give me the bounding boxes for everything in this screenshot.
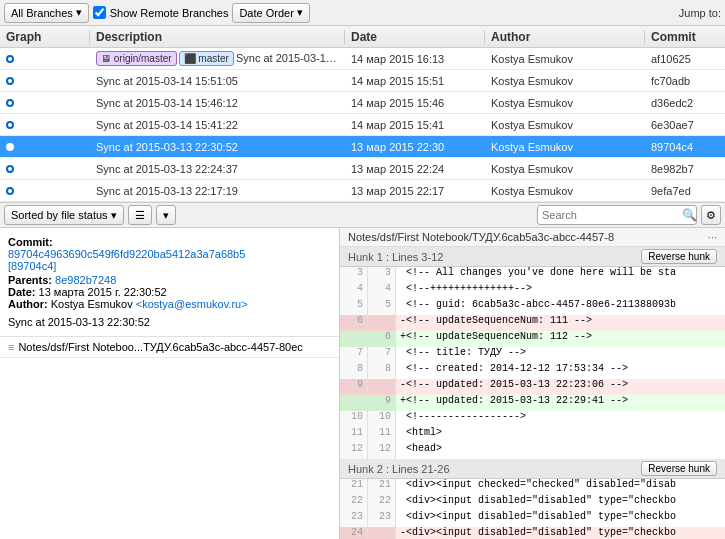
author-label: Author: xyxy=(8,298,48,310)
date-cell: 13 мар 2015 22:24 xyxy=(345,163,485,175)
graph-dot xyxy=(6,187,14,195)
diff-line-content: <!-----------------> xyxy=(396,411,725,427)
diff-line-num-old: 24 xyxy=(340,527,368,539)
diff-line-num-new: 21 xyxy=(368,479,396,495)
list-view-button[interactable]: ☰ xyxy=(128,205,152,225)
diff-line-num-old: 10 xyxy=(340,411,368,427)
description-cell: 🖥 origin/master⬛ masterSync at 2015-03-1… xyxy=(90,51,345,66)
diff-line-content: <div><input checked="checked" disabled="… xyxy=(396,479,725,495)
commits-list: 🖥 origin/master⬛ masterSync at 2015-03-1… xyxy=(0,48,725,202)
diff-line-num-new: 6 xyxy=(368,331,396,347)
diff-line-content: <!-- created: 2014-12-12 17:53:34 --> xyxy=(396,363,725,379)
show-remote-checkbox-label[interactable]: Show Remote Branches xyxy=(93,6,229,19)
diff-line-content: <div><input disabled="disabled" type="ch… xyxy=(396,495,725,511)
diff-line-num-old: 4 xyxy=(340,283,368,299)
commit-row[interactable]: Sync at 2015-03-13 22:17:1913 мар 2015 2… xyxy=(0,180,725,202)
parent-sha[interactable]: 8e982b7248 xyxy=(55,274,116,286)
file-item[interactable]: ≡ Notes/dsf/First Noteboo...ТУДУ.6cab5a3… xyxy=(0,337,339,358)
description-header-cell: Description xyxy=(90,30,345,44)
jump-to-label: Jump to: xyxy=(679,7,721,19)
diff-line-content: <!-- All changes you've done here will b… xyxy=(396,267,725,283)
description-cell: Sync at 2015-03-13 22:24:37 xyxy=(90,163,345,175)
master-badge: ⬛ master xyxy=(179,51,234,66)
commit-row[interactable]: 🖥 origin/master⬛ masterSync at 2015-03-1… xyxy=(0,48,725,70)
commit-hash-cell: d36edc2 xyxy=(645,97,725,109)
sorted-file-status-button[interactable]: Sorted by file status ▾ xyxy=(4,205,124,225)
commit-hash-cell: 8e982b7 xyxy=(645,163,725,175)
author-email[interactable]: <kostya@esmukov.ru> xyxy=(136,298,248,310)
diff-line-content: <!--++++++++++++++--> xyxy=(396,283,725,299)
hunk2-lines: 2121 <div><input checked="checked" disab… xyxy=(340,479,725,539)
commit-sha-full[interactable]: 89704c4963690c549f6fd9220ba5412a3a7a68b5 xyxy=(8,248,245,260)
show-remote-checkbox[interactable] xyxy=(93,6,106,19)
diff-line-num-old: 22 xyxy=(340,495,368,511)
commit-row[interactable]: Sync at 2015-03-13 22:24:3713 мар 2015 2… xyxy=(0,158,725,180)
date-label: Date: xyxy=(8,286,36,298)
diff-line-content: <!-- guid: 6cab5a3c-abcc-4457-80e6-21138… xyxy=(396,299,725,315)
diff-line: 2323 <div><input disabled="disabled" typ… xyxy=(340,511,725,527)
search-icon: 🔍 xyxy=(682,208,697,222)
description-text: Sync at 2015-03-14 15:41:22 xyxy=(96,119,238,131)
graph-dot xyxy=(6,165,14,173)
commit-hash-cell: af10625 xyxy=(645,53,725,65)
diff-file-name: Notes/dsf/First Notebook/ТУДУ.6cab5a3c-a… xyxy=(348,231,614,243)
commit-row[interactable]: Sync at 2015-03-14 15:46:1214 мар 2015 1… xyxy=(0,92,725,114)
commit-info: Commit: 89704c4963690c549f6fd9220ba5412a… xyxy=(0,228,339,337)
search-input[interactable] xyxy=(542,209,680,221)
diff-line-num-old: 5 xyxy=(340,299,368,315)
chevron-down-icon: ▾ xyxy=(76,6,82,19)
commit-row[interactable]: Sync at 2015-03-13 22:30:5213 мар 2015 2… xyxy=(0,136,725,158)
commit-hash-cell: 9efa7ed xyxy=(645,185,725,197)
diff-line: 55 <!-- guid: 6cab5a3c-abcc-4457-80e6-21… xyxy=(340,299,725,315)
diff-line-num-old: 8 xyxy=(340,363,368,379)
date-header-cell: Date xyxy=(345,30,485,44)
hunk2-label: Hunk 2 : Lines 21-26 xyxy=(348,463,450,475)
chevron-down-icon4: ▾ xyxy=(163,209,169,222)
diff-line-content: <div><input disabled="disabled" type="ch… xyxy=(396,511,725,527)
diff-line-num-new: 9 xyxy=(368,395,396,411)
diff-line: 1010 <!-----------------> xyxy=(340,411,725,427)
description-text: Sync at 2015-03-13 22:30:52 xyxy=(96,141,238,153)
diff-line: 24-<div><input disabled="disabled" type=… xyxy=(340,527,725,539)
diff-line: 88 <!-- created: 2014-12-12 17:53:34 --> xyxy=(340,363,725,379)
diff-line-num-new: 11 xyxy=(368,427,396,443)
date-cell: 13 мар 2015 22:30 xyxy=(345,141,485,153)
diff-line-content: +<!-- updateSequenceNum: 112 --> xyxy=(396,331,725,347)
graph-cell xyxy=(0,77,90,85)
commit-sha-short[interactable]: [89704c4] xyxy=(8,260,56,272)
date-order-button[interactable]: Date Order ▾ xyxy=(232,3,309,23)
gear-icon: ⚙ xyxy=(706,209,716,222)
diff-line-num-old: 12 xyxy=(340,443,368,459)
author-cell: Kostya Esmukov xyxy=(485,163,645,175)
list-view-button2[interactable]: ▾ xyxy=(156,205,176,225)
gear-button[interactable]: ⚙ xyxy=(701,205,721,225)
diff-line-num-old: 6 xyxy=(340,315,368,331)
graph-dot xyxy=(6,121,14,129)
show-remote-label: Show Remote Branches xyxy=(110,7,229,19)
graph-dot xyxy=(6,99,14,107)
commit-message: Sync at 2015-03-13 22:30:52 xyxy=(8,316,150,328)
hunk1-reverse-button[interactable]: Reverse hunk xyxy=(641,249,717,264)
left-panel: Commit: 89704c4963690c549f6fd9220ba5412a… xyxy=(0,228,340,539)
commit-row[interactable]: Sync at 2015-03-14 15:51:0514 мар 2015 1… xyxy=(0,70,725,92)
diff-line-content: -<!-- updated: 2015-03-13 22:23:06 --> xyxy=(396,379,725,395)
more-button[interactable]: ··· xyxy=(708,231,717,243)
author-cell: Kostya Esmukov xyxy=(485,97,645,109)
chevron-down-icon3: ▾ xyxy=(111,209,117,222)
graph-dot xyxy=(6,55,14,63)
file-name: Notes/dsf/First Noteboo...ТУДУ.6cab5a3c-… xyxy=(18,341,302,353)
hunk1-label: Hunk 1 : Lines 3-12 xyxy=(348,251,443,263)
hunk2-reverse-button[interactable]: Reverse hunk xyxy=(641,461,717,476)
search-box[interactable]: 🔍 xyxy=(537,205,697,225)
date-cell: 14 мар 2015 15:41 xyxy=(345,119,485,131)
diff-line-num-old: 21 xyxy=(340,479,368,495)
graph-cell xyxy=(0,143,90,151)
commit-row[interactable]: Sync at 2015-03-14 15:41:2214 мар 2015 1… xyxy=(0,114,725,136)
chevron-down-icon2: ▾ xyxy=(297,6,303,19)
all-branches-button[interactable]: All Branches ▾ xyxy=(4,3,89,23)
origin-master-badge: 🖥 origin/master xyxy=(96,51,177,66)
right-panel: Notes/dsf/First Notebook/ТУДУ.6cab5a3c-a… xyxy=(340,228,725,539)
diff-line-content: +<!-- updated: 2015-03-13 22:29:41 --> xyxy=(396,395,725,411)
date-cell: 13 мар 2015 22:17 xyxy=(345,185,485,197)
graph-cell xyxy=(0,187,90,195)
